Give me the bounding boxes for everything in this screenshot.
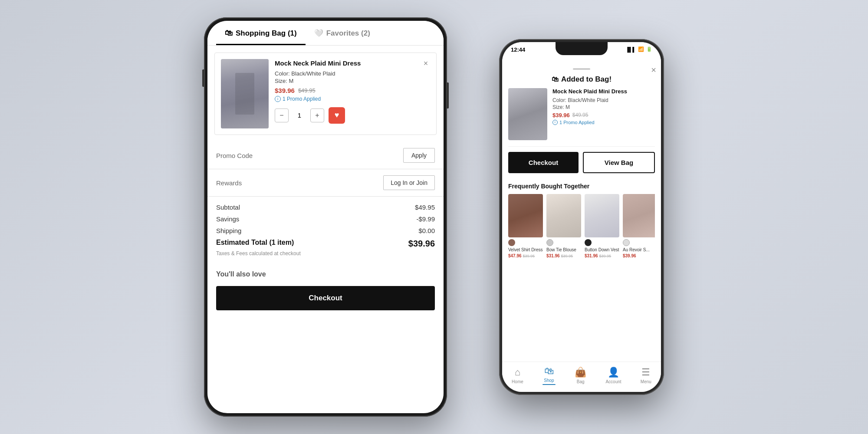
qty-increase-btn[interactable]: + xyxy=(310,108,324,122)
product-color: Color: Black/White Plaid xyxy=(275,70,430,77)
savings-value: -$9.99 xyxy=(416,215,435,223)
added-title-text: Added to Bag! xyxy=(561,75,612,84)
promo-badge[interactable]: i 1 Promo Applied xyxy=(275,96,430,102)
nav-shop[interactable]: 🛍 Shop xyxy=(542,365,556,385)
modal-promo-icon: i xyxy=(552,120,558,125)
bottom-nav: ⌂ Home 🛍 Shop 👜 Bag 👤 Account ☰ xyxy=(502,362,661,392)
heart-icon: 🤍 xyxy=(314,29,323,38)
freq-item-3[interactable]: Button Down Vest $31.96 $39.95 xyxy=(585,194,619,258)
price-orig: $49.95 xyxy=(298,87,316,94)
freq-name-1: Velvet Shirt Dress xyxy=(508,247,543,253)
frequently-section: Frequently Bought Together Velvet Shirt … xyxy=(502,179,661,362)
product-info: Mock Neck Plaid Mini Dress Color: Black/… xyxy=(275,59,430,124)
view-bag-btn[interactable]: View Bag xyxy=(583,152,655,173)
nav-shop-label: Shop xyxy=(544,378,554,383)
added-to-bag-title: 🛍 Added to Bag! xyxy=(502,73,661,88)
totals-section: Subtotal $49.95 Savings -$9.99 Shipping … xyxy=(207,197,444,263)
freq-price-orig-2: $39.95 xyxy=(561,254,573,258)
nav-home[interactable]: ⌂ Home xyxy=(512,367,523,384)
product-size: Size: M xyxy=(275,78,430,84)
modal-product-color: Color: Black/White Plaid xyxy=(552,97,655,103)
nav-home-label: Home xyxy=(512,379,523,384)
rewards-row: Rewards Log In or Join xyxy=(207,169,444,197)
freq-price-sale-3: $31.96 xyxy=(585,253,598,258)
modal-product-name: Mock Neck Plaid Mini Dress xyxy=(552,88,655,95)
product-name: Mock Neck Plaid Mini Dress xyxy=(275,59,430,68)
estimated-row: Estimated Total (1 item) $39.96 xyxy=(216,239,435,249)
freq-price-sale-1: $47.96 xyxy=(508,253,522,258)
frequently-title: Frequently Bought Together xyxy=(508,183,655,190)
menu-icon: ☰ xyxy=(641,367,650,378)
nav-account[interactable]: 👤 Account xyxy=(605,367,621,384)
nav-menu[interactable]: ☰ Menu xyxy=(641,367,651,384)
subtotal-value: $49.95 xyxy=(415,204,435,211)
side-button-left xyxy=(202,69,204,87)
modal-close-btn[interactable]: × xyxy=(651,65,656,75)
modal-price-row: $39.96 $49.95 xyxy=(552,112,655,118)
nav-active-indicator xyxy=(542,384,556,385)
login-button[interactable]: Log In or Join xyxy=(383,175,435,190)
subtotal-row: Subtotal $49.95 xyxy=(216,204,435,211)
nav-bag-icon: 👜 xyxy=(575,367,586,378)
you-also-love-heading: You'll also love xyxy=(207,263,444,282)
price-row: $39.96 $49.95 xyxy=(275,87,430,94)
home-icon: ⌂ xyxy=(515,367,520,378)
modal-promo-badge[interactable]: i 1 Promo Applied xyxy=(552,120,655,125)
modal-product-card: Mock Neck Plaid Mini Dress Color: Black/… xyxy=(508,88,655,147)
close-btn[interactable]: × xyxy=(421,58,431,69)
checkout-modal-btn[interactable]: Checkout xyxy=(508,152,579,173)
freq-item-2[interactable]: Bow Tie Blouse $31.96 $39.95 xyxy=(546,194,581,258)
freq-price-sale-4: $39.96 xyxy=(623,253,636,258)
tab-favorites-label: Favorites (2) xyxy=(326,29,370,38)
nav-bag[interactable]: 👜 Bag xyxy=(575,367,586,384)
tab-favorites[interactable]: 🤍 Favorites (2) xyxy=(306,21,379,45)
freq-image-4 xyxy=(623,194,655,237)
modal-product-image xyxy=(508,88,547,140)
shipping-row: Shipping $0.00 xyxy=(216,227,435,234)
freq-item-4[interactable]: Au Revoir S... $39.96 xyxy=(623,194,655,258)
qty-value: 1 xyxy=(293,112,306,119)
freq-item-1[interactable]: Velvet Shirt Dress $47.96 $39.95 xyxy=(508,194,543,258)
promo-text: 1 Promo Applied xyxy=(283,96,321,102)
freq-name-3: Button Down Vest xyxy=(585,247,619,253)
qty-decrease-btn[interactable]: − xyxy=(275,108,289,122)
shipping-label: Shipping xyxy=(216,227,241,234)
modal-product-size: Size: M xyxy=(552,104,655,110)
shipping-value: $0.00 xyxy=(418,227,435,234)
modal-price-sale: $39.96 xyxy=(552,112,570,118)
nav-bag-label: Bag xyxy=(577,379,585,384)
price-sale: $39.96 xyxy=(275,87,295,94)
phone-right: 12:44 ▐▌▌ 📶 🔋 × 🛍 Added to Bag! xyxy=(499,39,664,395)
status-bar: 12:44 ▐▌▌ 📶 🔋 xyxy=(502,42,661,64)
estimated-value: $39.96 xyxy=(408,239,435,249)
signal-icon: ▐▌▌ xyxy=(626,47,636,52)
action-buttons: Checkout View Bag xyxy=(502,152,661,179)
checkout-button-left[interactable]: Checkout xyxy=(216,286,435,310)
freq-color-dot-4 xyxy=(623,239,630,246)
wishlist-btn[interactable]: ♥ xyxy=(329,107,345,124)
freq-image-2 xyxy=(546,194,581,237)
product-image xyxy=(221,59,269,128)
frequently-items: Velvet Shirt Dress $47.96 $39.95 Bow Tie… xyxy=(508,194,655,258)
freq-name-2: Bow Tie Blouse xyxy=(546,247,581,253)
freq-price-orig-1: $39.95 xyxy=(523,254,535,258)
product-card: Mock Neck Plaid Mini Dress Color: Black/… xyxy=(214,53,437,135)
freq-price-orig-3: $39.95 xyxy=(599,254,612,258)
freq-color-dot-1 xyxy=(508,239,515,246)
battery-icon: 🔋 xyxy=(646,46,652,52)
qty-row: − 1 + ♥ xyxy=(275,107,430,124)
savings-row: Savings -$9.99 xyxy=(216,215,435,223)
shop-icon: 🛍 xyxy=(544,365,554,377)
wifi-icon: 📶 xyxy=(638,46,644,52)
bag-icon-modal: 🛍 xyxy=(552,76,559,83)
taxes-note: Taxes & Fees calculated at checkout xyxy=(216,250,435,256)
freq-color-dot-3 xyxy=(585,239,592,246)
promo-code-label: Promo Code xyxy=(216,152,253,159)
side-button-right xyxy=(447,82,449,108)
nav-menu-label: Menu xyxy=(641,379,651,384)
tab-bar: 🛍 Shopping Bag (1) 🤍 Favorites (2) xyxy=(207,21,444,46)
subtotal-label: Subtotal xyxy=(216,204,240,211)
apply-button[interactable]: Apply xyxy=(403,148,435,163)
tab-shopping-bag[interactable]: 🛍 Shopping Bag (1) xyxy=(216,21,306,45)
notch xyxy=(556,42,608,55)
